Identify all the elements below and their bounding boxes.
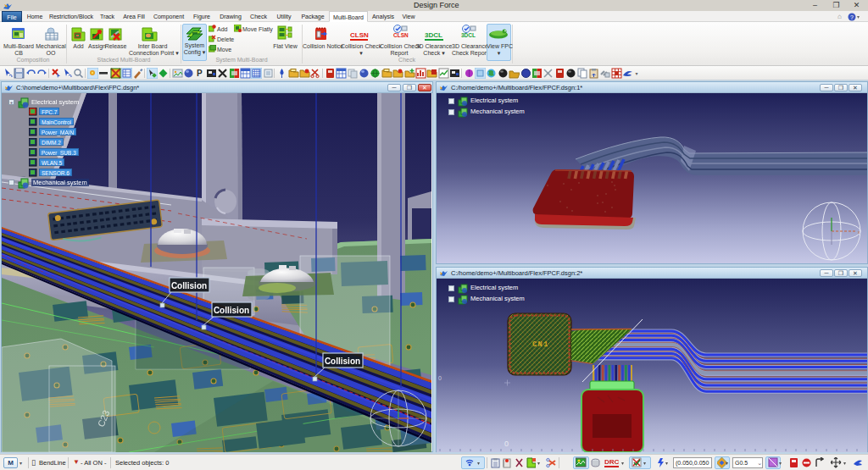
- svg-text:CN1: CN1: [532, 340, 549, 349]
- svg-text:3DCL: 3DCL: [461, 32, 476, 38]
- svg-text:P: P: [197, 69, 203, 78]
- svg-text:?: ?: [850, 14, 854, 20]
- svg-text:Collision: Collision: [214, 306, 249, 315]
- svg-text:0: 0: [504, 440, 509, 448]
- svg-text:CLSN: CLSN: [393, 32, 409, 38]
- svg-text:Collision: Collision: [325, 357, 360, 366]
- svg-text:Collision: Collision: [171, 281, 207, 290]
- svg-text:0: 0: [438, 375, 442, 381]
